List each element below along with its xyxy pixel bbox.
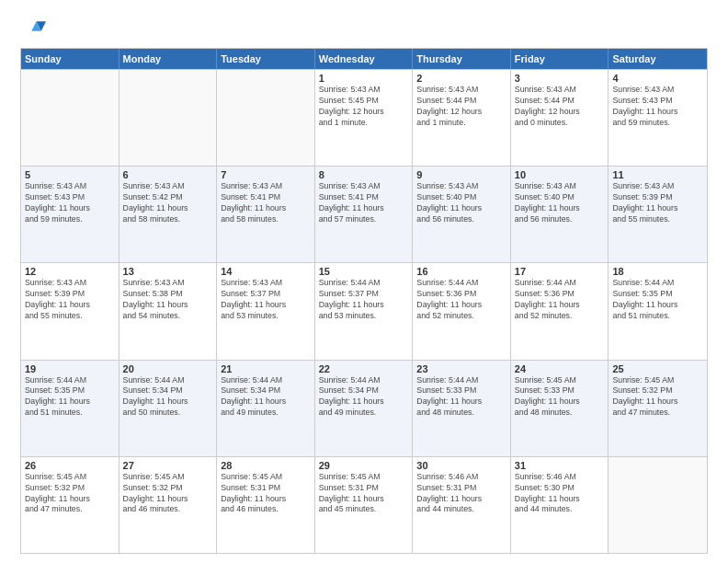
calendar-cell-9: 9Sunrise: 5:43 AM Sunset: 5:40 PM Daylig… bbox=[413, 167, 511, 262]
calendar-cell-7: 7Sunrise: 5:43 AM Sunset: 5:41 PM Daylig… bbox=[217, 167, 315, 262]
cell-info-text: Sunrise: 5:44 AM Sunset: 5:37 PM Dayligh… bbox=[319, 278, 409, 322]
calendar-cell-20: 20Sunrise: 5:44 AM Sunset: 5:34 PM Dayli… bbox=[119, 361, 218, 456]
page: SundayMondayTuesdayWednesdayThursdayFrid… bbox=[0, 0, 728, 563]
cell-info-text: Sunrise: 5:43 AM Sunset: 5:40 PM Dayligh… bbox=[416, 181, 506, 225]
header-day-tuesday: Tuesday bbox=[217, 49, 315, 69]
cell-date-number: 30 bbox=[416, 460, 506, 471]
cell-info-text: Sunrise: 5:45 AM Sunset: 5:32 PM Dayligh… bbox=[612, 375, 703, 419]
calendar-cell-8: 8Sunrise: 5:43 AM Sunset: 5:41 PM Daylig… bbox=[315, 167, 414, 262]
calendar-cell-13: 13Sunrise: 5:43 AM Sunset: 5:38 PM Dayli… bbox=[119, 263, 218, 359]
cell-info-text: Sunrise: 5:43 AM Sunset: 5:37 PM Dayligh… bbox=[221, 278, 311, 322]
cell-date-number: 10 bbox=[515, 169, 605, 180]
cell-date-number: 16 bbox=[416, 266, 506, 277]
cell-info-text: Sunrise: 5:46 AM Sunset: 5:30 PM Dayligh… bbox=[515, 472, 605, 516]
cell-info-text: Sunrise: 5:43 AM Sunset: 5:40 PM Dayligh… bbox=[515, 181, 605, 225]
calendar-row-4: 19Sunrise: 5:44 AM Sunset: 5:35 PM Dayli… bbox=[21, 360, 707, 456]
cell-date-number: 15 bbox=[319, 266, 409, 277]
cell-info-text: Sunrise: 5:44 AM Sunset: 5:35 PM Dayligh… bbox=[25, 375, 115, 419]
cell-date-number: 19 bbox=[25, 363, 115, 374]
calendar-cell-11: 11Sunrise: 5:43 AM Sunset: 5:39 PM Dayli… bbox=[609, 167, 707, 262]
cell-info-text: Sunrise: 5:44 AM Sunset: 5:33 PM Dayligh… bbox=[416, 375, 506, 419]
calendar-cell-empty bbox=[21, 70, 119, 166]
calendar-cell-30: 30Sunrise: 5:46 AM Sunset: 5:31 PM Dayli… bbox=[413, 457, 511, 553]
cell-date-number: 1 bbox=[319, 73, 409, 84]
cell-date-number: 24 bbox=[515, 363, 605, 374]
cell-date-number: 9 bbox=[416, 169, 506, 180]
cell-date-number: 14 bbox=[221, 266, 311, 277]
calendar-cell-6: 6Sunrise: 5:43 AM Sunset: 5:42 PM Daylig… bbox=[119, 167, 218, 262]
cell-info-text: Sunrise: 5:45 AM Sunset: 5:32 PM Dayligh… bbox=[25, 472, 115, 516]
calendar-cell-22: 22Sunrise: 5:44 AM Sunset: 5:34 PM Dayli… bbox=[315, 361, 414, 456]
cell-date-number: 27 bbox=[123, 460, 213, 471]
calendar-cell-4: 4Sunrise: 5:43 AM Sunset: 5:43 PM Daylig… bbox=[609, 70, 707, 166]
cell-info-text: Sunrise: 5:44 AM Sunset: 5:34 PM Dayligh… bbox=[319, 375, 409, 419]
logo bbox=[20, 17, 50, 42]
cell-date-number: 25 bbox=[612, 363, 703, 374]
cell-info-text: Sunrise: 5:46 AM Sunset: 5:31 PM Dayligh… bbox=[416, 472, 506, 516]
header-day-thursday: Thursday bbox=[413, 49, 511, 69]
cell-date-number: 3 bbox=[515, 73, 605, 84]
cell-info-text: Sunrise: 5:43 AM Sunset: 5:39 PM Dayligh… bbox=[25, 278, 115, 322]
calendar-row-3: 12Sunrise: 5:43 AM Sunset: 5:39 PM Dayli… bbox=[21, 262, 707, 359]
header-day-wednesday: Wednesday bbox=[315, 49, 414, 69]
cell-date-number: 29 bbox=[319, 460, 409, 471]
cell-info-text: Sunrise: 5:45 AM Sunset: 5:31 PM Dayligh… bbox=[221, 472, 311, 516]
cell-date-number: 2 bbox=[416, 73, 506, 84]
calendar-cell-18: 18Sunrise: 5:44 AM Sunset: 5:35 PM Dayli… bbox=[609, 263, 707, 359]
calendar-cell-14: 14Sunrise: 5:43 AM Sunset: 5:37 PM Dayli… bbox=[217, 263, 315, 359]
cell-date-number: 8 bbox=[319, 169, 409, 180]
cell-info-text: Sunrise: 5:44 AM Sunset: 5:36 PM Dayligh… bbox=[416, 278, 506, 322]
calendar-cell-5: 5Sunrise: 5:43 AM Sunset: 5:43 PM Daylig… bbox=[21, 167, 119, 262]
logo-icon bbox=[20, 17, 46, 42]
cell-date-number: 23 bbox=[416, 363, 506, 374]
cell-date-number: 12 bbox=[25, 266, 115, 277]
calendar-cell-27: 27Sunrise: 5:45 AM Sunset: 5:32 PM Dayli… bbox=[119, 457, 218, 553]
calendar-row-5: 26Sunrise: 5:45 AM Sunset: 5:32 PM Dayli… bbox=[21, 456, 707, 553]
calendar-cell-23: 23Sunrise: 5:44 AM Sunset: 5:33 PM Dayli… bbox=[413, 361, 511, 456]
calendar-cell-empty bbox=[119, 70, 218, 166]
cell-date-number: 4 bbox=[612, 73, 703, 84]
calendar-cell-empty bbox=[217, 70, 315, 166]
cell-info-text: Sunrise: 5:43 AM Sunset: 5:42 PM Dayligh… bbox=[123, 181, 213, 225]
cell-info-text: Sunrise: 5:44 AM Sunset: 5:34 PM Dayligh… bbox=[123, 375, 213, 419]
calendar-row-2: 5Sunrise: 5:43 AM Sunset: 5:43 PM Daylig… bbox=[21, 166, 707, 262]
cell-date-number: 20 bbox=[123, 363, 213, 374]
cell-info-text: Sunrise: 5:43 AM Sunset: 5:38 PM Dayligh… bbox=[123, 278, 213, 322]
header-day-friday: Friday bbox=[511, 49, 609, 69]
calendar-cell-24: 24Sunrise: 5:45 AM Sunset: 5:33 PM Dayli… bbox=[511, 361, 609, 456]
header-day-monday: Monday bbox=[119, 49, 218, 69]
calendar-cell-empty bbox=[609, 457, 707, 553]
cell-info-text: Sunrise: 5:43 AM Sunset: 5:41 PM Dayligh… bbox=[221, 181, 311, 225]
cell-info-text: Sunrise: 5:44 AM Sunset: 5:36 PM Dayligh… bbox=[515, 278, 605, 322]
cell-date-number: 28 bbox=[221, 460, 311, 471]
cell-date-number: 11 bbox=[612, 169, 703, 180]
cell-info-text: Sunrise: 5:44 AM Sunset: 5:35 PM Dayligh… bbox=[612, 278, 703, 322]
cell-date-number: 31 bbox=[515, 460, 605, 471]
cell-date-number: 17 bbox=[515, 266, 605, 277]
cell-date-number: 7 bbox=[221, 169, 311, 180]
calendar-row-1: 1Sunrise: 5:43 AM Sunset: 5:45 PM Daylig… bbox=[21, 69, 707, 166]
cell-info-text: Sunrise: 5:43 AM Sunset: 5:45 PM Dayligh… bbox=[319, 85, 409, 129]
cell-date-number: 26 bbox=[25, 460, 115, 471]
calendar-cell-3: 3Sunrise: 5:43 AM Sunset: 5:44 PM Daylig… bbox=[511, 70, 609, 166]
calendar-cell-1: 1Sunrise: 5:43 AM Sunset: 5:45 PM Daylig… bbox=[315, 70, 414, 166]
calendar-cell-10: 10Sunrise: 5:43 AM Sunset: 5:40 PM Dayli… bbox=[511, 167, 609, 262]
header-day-sunday: Sunday bbox=[21, 49, 119, 69]
calendar-cell-28: 28Sunrise: 5:45 AM Sunset: 5:31 PM Dayli… bbox=[217, 457, 315, 553]
calendar-cell-12: 12Sunrise: 5:43 AM Sunset: 5:39 PM Dayli… bbox=[21, 263, 119, 359]
cell-info-text: Sunrise: 5:43 AM Sunset: 5:44 PM Dayligh… bbox=[515, 85, 605, 129]
cell-info-text: Sunrise: 5:44 AM Sunset: 5:34 PM Dayligh… bbox=[221, 375, 311, 419]
calendar-header: SundayMondayTuesdayWednesdayThursdayFrid… bbox=[21, 49, 707, 69]
cell-date-number: 21 bbox=[221, 363, 311, 374]
header bbox=[20, 17, 708, 42]
cell-info-text: Sunrise: 5:43 AM Sunset: 5:41 PM Dayligh… bbox=[319, 181, 409, 225]
cell-info-text: Sunrise: 5:45 AM Sunset: 5:33 PM Dayligh… bbox=[515, 375, 605, 419]
calendar-cell-17: 17Sunrise: 5:44 AM Sunset: 5:36 PM Dayli… bbox=[511, 263, 609, 359]
cell-info-text: Sunrise: 5:43 AM Sunset: 5:43 PM Dayligh… bbox=[25, 181, 115, 225]
calendar-cell-31: 31Sunrise: 5:46 AM Sunset: 5:30 PM Dayli… bbox=[511, 457, 609, 553]
cell-info-text: Sunrise: 5:43 AM Sunset: 5:39 PM Dayligh… bbox=[612, 181, 703, 225]
header-day-saturday: Saturday bbox=[609, 49, 707, 69]
calendar-cell-19: 19Sunrise: 5:44 AM Sunset: 5:35 PM Dayli… bbox=[21, 361, 119, 456]
cell-info-text: Sunrise: 5:45 AM Sunset: 5:31 PM Dayligh… bbox=[319, 472, 409, 516]
cell-info-text: Sunrise: 5:45 AM Sunset: 5:32 PM Dayligh… bbox=[123, 472, 213, 516]
